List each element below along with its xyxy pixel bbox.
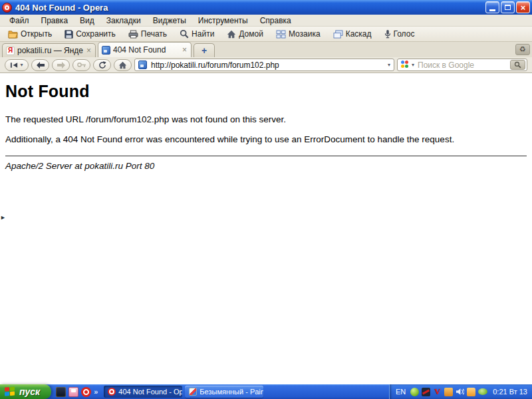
minimize-icon	[489, 9, 495, 11]
restore-icon	[505, 5, 511, 10]
addressbar: ▾ ▾ ▾	[0, 57, 532, 73]
tray-folder-icon[interactable]	[467, 388, 475, 396]
task-opera-label: 404 Not Found - Opera	[118, 388, 182, 396]
quicklaunch-app-icon[interactable]	[56, 387, 66, 397]
floppy-icon	[65, 30, 73, 39]
google-icon	[401, 61, 410, 69]
start-label: пуск	[19, 386, 40, 397]
tray-gpu-icon[interactable]	[478, 388, 487, 395]
address-dropdown-icon[interactable]: ▾	[388, 63, 390, 68]
print-label: Печать	[141, 29, 167, 39]
open-label: Открыть	[21, 29, 52, 39]
tray-v-icon[interactable]: V	[433, 388, 442, 396]
quicklaunch-paint-icon[interactable]	[68, 387, 78, 397]
page-content: Not Found The requested URL /forum/forum…	[0, 74, 532, 384]
tab-yandex[interactable]: Я pokatili.ru — Яндекс: ... ×	[2, 43, 96, 57]
new-tab-button[interactable]: +	[194, 43, 215, 57]
home-toolbar-button[interactable]: Домой	[222, 29, 268, 39]
divider	[5, 156, 527, 156]
find-button[interactable]: Найти	[175, 29, 219, 39]
menu-tools[interactable]: Инструменты	[192, 15, 254, 26]
menu-file[interactable]: Файл	[3, 15, 35, 26]
tray-volume-icon[interactable]	[456, 388, 464, 396]
cascade-button[interactable]: Каскад	[329, 29, 376, 39]
search-box[interactable]: ▾	[397, 59, 527, 71]
microphone-icon	[384, 29, 391, 39]
main-toolbar: Открыть Сохранить Печать Найти Домой Моз…	[0, 27, 532, 42]
save-label: Сохранить	[76, 29, 116, 39]
window-title: 404 Not Found - Opera	[15, 3, 485, 13]
search-input[interactable]	[416, 60, 508, 70]
search-go-icon	[514, 61, 521, 68]
menubar: Файл Правка Вид Закладки Виджеты Инструм…	[0, 15, 532, 27]
menu-bookmarks[interactable]: Закладки	[100, 15, 147, 26]
rewind-icon	[10, 62, 19, 68]
home-label: Домой	[239, 29, 263, 39]
task-opera-icon	[108, 388, 116, 396]
restore-button[interactable]	[501, 1, 515, 13]
folder-icon	[8, 30, 18, 39]
tray-antivirus-icon[interactable]	[410, 388, 419, 396]
tile-windows-icon	[276, 30, 286, 39]
tabbar: Я pokatili.ru — Яндекс: ... × 404 Not Fo…	[0, 42, 532, 57]
reload-button[interactable]	[93, 59, 111, 71]
page-favicon-icon	[102, 46, 110, 55]
save-button[interactable]: Сохранить	[60, 29, 120, 39]
find-label: Найти	[192, 29, 214, 39]
tray-update-icon[interactable]	[444, 388, 453, 396]
tray-network-icon[interactable]	[422, 388, 430, 396]
voice-button[interactable]: Голос	[380, 29, 420, 39]
tab-404-label: 404 Not Found	[113, 45, 179, 55]
page-title: Not Found	[5, 82, 527, 101]
address-field[interactable]: ▾	[134, 59, 394, 71]
quicklaunch-opera-icon[interactable]	[81, 387, 91, 397]
error-line-2: Additionally, a 404 Not Found error was …	[5, 134, 527, 144]
closed-tabs-button[interactable]: ♻	[515, 44, 530, 55]
printer-icon	[128, 30, 138, 39]
taskbar-item-paint[interactable]: Безымянный - Paint	[185, 386, 263, 398]
tab-yandex-close-icon[interactable]: ×	[86, 47, 92, 55]
tab-404-not-found[interactable]: 404 Not Found ×	[98, 42, 192, 57]
back-button[interactable]	[31, 59, 49, 71]
close-button[interactable]: ×	[516, 1, 530, 13]
menu-help[interactable]: Справка	[254, 15, 297, 26]
tile-button[interactable]: Мозаика	[271, 29, 325, 39]
tab-yandex-label: pokatili.ru — Яндекс: ...	[17, 46, 83, 55]
menu-edit[interactable]: Правка	[35, 15, 74, 26]
reload-icon	[98, 61, 106, 69]
panel-toggle[interactable]: ►	[0, 215, 6, 221]
minimize-button[interactable]	[485, 1, 499, 13]
taskbar: пуск » 404 Not Found - Opera Безымянный …	[0, 384, 532, 399]
search-go-button[interactable]	[510, 60, 525, 70]
tile-label: Мозаика	[289, 29, 321, 39]
yandex-favicon-icon: Я	[6, 47, 15, 55]
tab-404-close-icon[interactable]: ×	[182, 46, 188, 54]
clock: 0:21 Вт 13	[490, 388, 527, 396]
task-paint-icon	[189, 388, 197, 396]
fast-forward-button[interactable]	[72, 59, 90, 71]
url-input[interactable]	[150, 60, 385, 70]
windows-logo-icon	[5, 386, 16, 397]
language-indicator[interactable]: EN	[396, 388, 408, 396]
magnifier-icon	[180, 29, 189, 39]
system-tray: EN V 0:21 Вт 13	[389, 384, 532, 399]
open-button[interactable]: Открыть	[3, 29, 57, 39]
titlebar: 404 Not Found - Opera ×	[0, 0, 532, 15]
key-icon	[77, 62, 86, 68]
start-button[interactable]: пуск	[0, 384, 51, 399]
rewind-button[interactable]: ▾	[5, 59, 29, 71]
forward-icon	[57, 62, 65, 68]
quick-launch: »	[51, 387, 102, 397]
server-signature: Apache/2 Server at pokatili.ru Port 80	[5, 161, 527, 171]
voice-label: Голос	[394, 29, 415, 39]
home-nav-button[interactable]	[114, 59, 132, 71]
cascade-label: Каскад	[346, 29, 372, 39]
search-engine-dropdown-icon[interactable]: ▾	[412, 63, 414, 68]
forward-button[interactable]	[52, 59, 70, 71]
back-icon	[37, 62, 45, 68]
print-button[interactable]: Печать	[124, 29, 172, 39]
quicklaunch-overflow-icon[interactable]: »	[94, 388, 98, 396]
menu-view[interactable]: Вид	[74, 15, 100, 26]
menu-widgets[interactable]: Виджеты	[147, 15, 192, 26]
taskbar-item-opera[interactable]: 404 Not Found - Opera	[104, 386, 182, 398]
